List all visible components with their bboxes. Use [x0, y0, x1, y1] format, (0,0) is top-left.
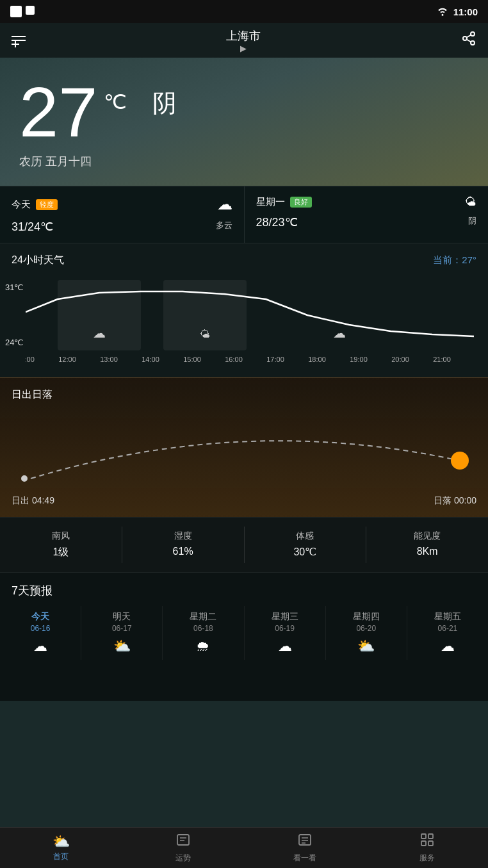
menu-button[interactable]	[12, 36, 26, 45]
temperature-value: 27	[19, 77, 97, 147]
forecast-icon-2: 🌧	[165, 638, 241, 655]
sun-title: 日出日落	[12, 388, 476, 402]
svg-rect-30	[421, 834, 426, 839]
hourly-section: 24小时天气 当前：27°	[0, 243, 488, 280]
forecast-day-4[interactable]: 星期四 06-20 ⛅	[326, 606, 407, 660]
forecast-day-date-3: 06-19	[247, 624, 323, 633]
humidity-label: 湿度	[122, 530, 244, 542]
weather-description: 阴	[152, 87, 177, 120]
status-icons	[10, 6, 35, 17]
status-time: 11:00	[453, 6, 478, 17]
temperature-display: 27 ℃ 阴	[19, 77, 469, 147]
hourly-chart[interactable]: 31℃ 24℃ ☁ 🌤 ☁ 11:00 12:00 13:00 14:00 15…	[0, 280, 488, 377]
svg-point-2	[471, 41, 475, 45]
svg-rect-6	[163, 280, 247, 350]
forecast-day-5[interactable]: 星期五 06-21 ☁	[407, 606, 488, 660]
discover-label: 看一看	[293, 853, 316, 864]
svg-rect-33	[428, 841, 433, 846]
sun-times: 日出 04:49 日落 00:00	[12, 495, 476, 507]
today-card[interactable]: 今天 轻度 ☁ 31/24℃ 多云	[0, 186, 245, 243]
forecast-icon-5: ☁	[410, 638, 485, 655]
forecast-icon-3: ☁	[247, 638, 323, 655]
forecast-day-3[interactable]: 星期三 06-19 ☁	[245, 606, 326, 660]
forecast-day-date-5: 06-21	[410, 624, 485, 633]
nav-services[interactable]: 服务	[366, 828, 489, 868]
today-temp: 31/24℃	[12, 220, 53, 234]
services-label: 服务	[419, 853, 435, 864]
svg-rect-23	[177, 835, 189, 845]
temperature-unit: ℃	[104, 90, 127, 114]
nav-home[interactable]: ⛅ 首页	[0, 828, 122, 868]
svg-text:19:00: 19:00	[350, 356, 368, 363]
home-icon: ⛅	[53, 833, 70, 850]
fortune-label: 运势	[175, 853, 191, 864]
chart-max-temp: 31℃	[5, 283, 24, 292]
visibility-detail: 能见度 8Km	[366, 527, 488, 563]
fortune-icon	[175, 832, 191, 851]
forecast-day-name-0: 今天	[3, 611, 78, 623]
wind-detail: 南风 1级	[0, 527, 122, 563]
chart-min-temp: 24℃	[5, 338, 24, 347]
current-temp: 当前：27°	[433, 254, 476, 266]
nav-fortune[interactable]: 运势	[122, 828, 245, 868]
forecast-day-name-2: 星期二	[165, 611, 241, 623]
svg-rect-31	[428, 834, 433, 839]
sun-arc-svg	[12, 408, 473, 485]
svg-text:18:00: 18:00	[308, 356, 326, 363]
forecast-icon-4: ⛅	[329, 638, 404, 655]
temperature-line-chart: ☁ 🌤 ☁ 11:00 12:00 13:00 14:00 15:00 16:0…	[26, 280, 487, 370]
forecast-day-2[interactable]: 星期二 06-18 🌧	[163, 606, 244, 660]
svg-text:12:00: 12:00	[58, 356, 76, 363]
forecast-day-1[interactable]: 明天 06-17 ⛅	[81, 606, 163, 660]
svg-text:☁: ☁	[93, 326, 106, 340]
top-nav: 上海市 ▶	[0, 23, 488, 58]
svg-point-21	[451, 452, 469, 470]
monday-weather-label: 阴	[468, 215, 476, 227]
forecast-day-name-4: 星期四	[329, 611, 404, 623]
feels-like-detail: 体感 30℃	[245, 527, 367, 563]
monday-card[interactable]: 星期一 良好 🌤 28/23℃ 阴	[245, 186, 489, 243]
location-icon: ▶	[226, 44, 261, 53]
forecast-day-date-2: 06-18	[165, 624, 241, 633]
wind-value: 1级	[0, 546, 122, 559]
forecast-day-name-1: 明天	[84, 611, 159, 623]
forecast-days: 今天 06-16 ☁ 明天 06-17 ⛅ 星期二 06-18 🌧 星期三 06…	[0, 606, 488, 660]
today-aqi-badge: 轻度	[36, 199, 58, 210]
discover-icon	[297, 832, 313, 851]
svg-text:17:00: 17:00	[266, 356, 284, 363]
battery-icon	[10, 6, 22, 17]
forecast-section: 7天预报 今天 06-16 ☁ 明天 06-17 ⛅ 星期二 06-18 🌧 星…	[0, 572, 488, 701]
humidity-value: 61%	[122, 546, 244, 557]
monday-label: 星期一	[256, 196, 285, 208]
svg-line-3	[467, 40, 471, 42]
monday-weather-icon: 🌤	[465, 195, 476, 209]
forecast-day-date-4: 06-20	[329, 624, 404, 633]
share-button[interactable]	[461, 31, 476, 50]
sunrise-time: 日出 04:49	[12, 495, 54, 507]
lunar-date: 农历 五月十四	[19, 154, 469, 169]
visibility-label: 能见度	[366, 530, 488, 542]
sun-arc	[12, 408, 476, 491]
home-label: 首页	[53, 851, 69, 862]
svg-text:11:00: 11:00	[26, 356, 35, 363]
svg-text:13:00: 13:00	[100, 356, 118, 363]
forecast-day-name-5: 星期五	[410, 611, 485, 623]
svg-text:14:00: 14:00	[142, 356, 159, 363]
status-bar: 11:00	[0, 0, 488, 23]
svg-text:16:00: 16:00	[225, 356, 243, 363]
today-weather-label: 多云	[216, 220, 232, 231]
humidity-detail: 湿度 61%	[122, 527, 245, 563]
services-icon	[419, 832, 435, 851]
nav-discover[interactable]: 看一看	[244, 828, 366, 868]
forecast-icon-1: ⛅	[84, 638, 159, 655]
forecast-day-0[interactable]: 今天 06-16 ☁	[0, 606, 81, 660]
svg-line-4	[467, 35, 471, 38]
svg-point-22	[21, 475, 28, 482]
hourly-title: 24小时天气	[12, 254, 64, 267]
forecast-title: 7天预报	[0, 583, 488, 606]
today-weather-icon: ☁	[217, 195, 232, 213]
svg-text:20:00: 20:00	[391, 356, 409, 363]
feels-like-label: 体感	[245, 530, 366, 542]
svg-text:☁: ☁	[333, 326, 346, 340]
svg-text:21:00: 21:00	[433, 356, 451, 363]
